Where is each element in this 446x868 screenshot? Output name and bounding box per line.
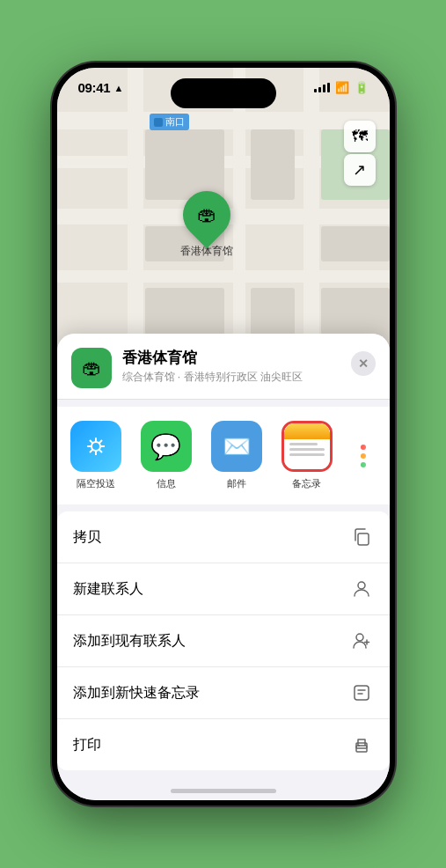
venue-info: 香港体育馆 综合体育馆 · 香港特别行政区 油尖旺区: [122, 348, 340, 385]
notes-line-3: [289, 453, 325, 456]
location-arrow-icon: ▲: [113, 83, 123, 93]
pin-icon: 🏟: [172, 181, 239, 248]
action-new-contact-label: 新建联系人: [73, 580, 143, 599]
share-item-notes[interactable]: 备忘录: [279, 421, 335, 490]
copy-icon: [349, 525, 374, 549]
action-add-existing-contact[interactable]: 添加到现有联系人: [57, 615, 390, 667]
person-add-icon: [349, 629, 374, 653]
message-icon: 💬: [141, 421, 192, 472]
notes-icon-lines: [284, 439, 330, 460]
status-icons: 📶 🔋: [314, 81, 369, 94]
map-building: [251, 129, 295, 200]
svg-rect-1: [358, 533, 369, 545]
share-more: [349, 421, 377, 490]
signal-bar-4: [327, 83, 330, 92]
wifi-icon: 📶: [335, 81, 349, 94]
share-item-airdrop[interactable]: 隔空投送: [68, 421, 124, 490]
action-quick-note[interactable]: 添加到新快速备忘录: [57, 667, 390, 719]
notes-label: 备忘录: [292, 477, 321, 490]
venue-subtitle: 综合体育馆 · 香港特别行政区 油尖旺区: [122, 370, 340, 385]
map-label-nankou: 南口: [150, 114, 189, 130]
airdrop-label: 隔空投送: [77, 477, 115, 490]
svg-point-7: [358, 745, 360, 747]
action-quick-note-label: 添加到新快速备忘录: [73, 684, 200, 702]
dynamic-island: [171, 78, 276, 108]
home-indicator: [171, 789, 276, 793]
action-list: 拷贝 新建联系人: [57, 511, 390, 770]
action-print[interactable]: 打印: [57, 719, 390, 770]
notes-line-2: [289, 448, 325, 451]
nankou-text: 南口: [165, 115, 185, 129]
venue-pin-symbol: 🏟: [197, 203, 216, 226]
map-type-button[interactable]: 🗺: [344, 121, 376, 152]
share-item-mail[interactable]: ✉️ 邮件: [208, 421, 265, 490]
more-dots: [349, 430, 377, 482]
printer-icon: [349, 732, 374, 757]
signal-bar-3: [323, 85, 325, 92]
status-time: 09:41: [78, 80, 111, 95]
action-print-label: 打印: [73, 736, 101, 754]
notes-icon-top: [284, 423, 330, 439]
message-label: 信息: [157, 477, 176, 490]
airdrop-icon: [70, 421, 121, 472]
share-row: 隔空投送 💬 信息 ✉️ 邮件: [57, 407, 390, 504]
signal-bars: [314, 83, 330, 92]
venue-header: 🏟 香港体育馆 综合体育馆 · 香港特别行政区 油尖旺区 ✕: [57, 334, 390, 400]
map-building: [145, 129, 224, 200]
notes-icon-inner: [284, 423, 330, 469]
phone-frame: 09:41 ▲ 📶 🔋: [52, 63, 395, 805]
mail-icon: ✉️: [211, 421, 262, 472]
dot-red: [361, 445, 366, 450]
svg-point-3: [356, 634, 363, 641]
signal-bar-2: [318, 87, 321, 92]
bottom-sheet: 🏟 香港体育馆 综合体育馆 · 香港特别行政区 油尖旺区 ✕: [57, 334, 390, 800]
quick-note-icon: [349, 680, 374, 705]
signal-bar-1: [314, 89, 317, 92]
location-button[interactable]: ↗: [344, 154, 376, 186]
action-add-existing-label: 添加到现有联系人: [73, 632, 186, 651]
venue-icon: 🏟: [71, 348, 112, 388]
svg-rect-4: [355, 686, 369, 700]
dot-yellow: [361, 453, 366, 459]
dot-green: [361, 462, 366, 467]
notes-icon: [281, 421, 333, 472]
person-icon: [349, 577, 374, 601]
mail-label: 邮件: [227, 477, 246, 490]
action-copy[interactable]: 拷贝: [57, 511, 390, 563]
map-controls: 🗺 ↗: [344, 121, 376, 186]
map-pin[interactable]: 🏟 香港体育馆: [180, 191, 233, 259]
battery-icon: 🔋: [355, 81, 369, 94]
svg-point-2: [358, 582, 365, 589]
action-copy-label: 拷贝: [73, 528, 101, 547]
venue-name: 香港体育馆: [122, 348, 340, 368]
map-building: [321, 226, 390, 261]
close-button[interactable]: ✕: [351, 351, 376, 376]
notes-line-1: [289, 443, 318, 445]
action-new-contact[interactable]: 新建联系人: [57, 563, 390, 615]
share-item-message[interactable]: 💬 信息: [138, 421, 194, 490]
map-road: [57, 270, 390, 283]
phone-screen: 09:41 ▲ 📶 🔋: [57, 68, 390, 800]
